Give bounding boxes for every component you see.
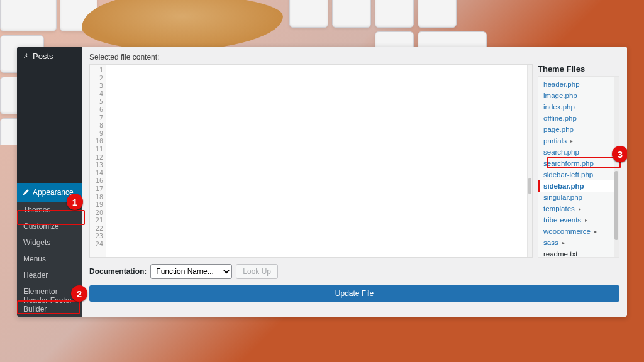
selected-file-label: Selected file content: (89, 53, 619, 62)
sidebar-spacer (17, 66, 82, 183)
editor-scrollbar[interactable] (527, 65, 532, 257)
chevron-right-icon: ▸ (594, 229, 597, 234)
theme-file-item[interactable]: tribe-events▸ (538, 214, 614, 226)
lookup-button[interactable]: Look Up (236, 264, 278, 279)
editor-scrollbar-thumb[interactable] (528, 178, 531, 194)
theme-file-item[interactable]: singular.php (538, 192, 614, 203)
theme-files-heading: Theme Files (538, 64, 619, 74)
function-name-select[interactable]: Function Name... (150, 264, 232, 279)
admin-sidebar: Posts Appearance Themes Customize Widget… (17, 47, 82, 317)
theme-file-list: header.phpimage.phpindex.phpoffline.phpp… (538, 77, 614, 257)
documentation-row: Documentation: Function Name... Look Up (89, 264, 619, 279)
theme-file-item[interactable]: header.php (538, 79, 614, 90)
theme-file-item[interactable]: templates▸ (538, 203, 614, 214)
theme-file-item[interactable]: sidebar.php (538, 180, 614, 192)
theme-file-item[interactable]: readme.txt (538, 248, 614, 258)
theme-file-item[interactable]: partials▸ (538, 135, 614, 146)
submenu-menus[interactable]: Menus (17, 251, 82, 267)
chevron-right-icon: ▸ (562, 240, 565, 246)
documentation-label: Documentation: (89, 267, 147, 276)
submenu-widgets[interactable]: Widgets (17, 234, 82, 251)
theme-file-item[interactable]: image.php (538, 90, 614, 101)
appearance-label: Appearance (33, 188, 74, 197)
chevron-right-icon: ▸ (579, 206, 581, 212)
editor-content-area: Selected file content: 12345678910111213… (82, 47, 627, 317)
theme-file-list-wrap: header.phpimage.phpindex.phpoffline.phpp… (538, 76, 619, 258)
line-number-gutter: 1234567891011121314161718192021222324 (90, 65, 106, 257)
posts-label: Posts (33, 52, 53, 61)
theme-file-item[interactable]: woocommerce▸ (538, 226, 614, 237)
submenu-header[interactable]: Header (17, 267, 82, 283)
theme-files-panel: Theme Files header.phpimage.phpindex.php… (538, 64, 619, 258)
file-list-scrollbar-thumb[interactable] (614, 171, 618, 240)
chevron-right-icon: ▸ (585, 217, 587, 223)
code-textarea[interactable] (106, 65, 527, 257)
chevron-right-icon: ▸ (570, 138, 573, 144)
appearance-submenu: Themes Customize Widgets Menus Header El… (17, 202, 82, 317)
annotation-badge-2: 2 (71, 285, 87, 302)
theme-file-item[interactable]: sidebar-left.php (538, 169, 614, 180)
file-list-scrollbar[interactable] (614, 77, 619, 257)
submenu-customize[interactable]: Customize (17, 218, 82, 234)
theme-file-item[interactable]: searchform.php (538, 158, 614, 169)
code-editor[interactable]: 1234567891011121314161718192021222324 (89, 64, 533, 258)
theme-file-item[interactable]: index.php (538, 101, 614, 112)
wordpress-admin-window: Posts Appearance Themes Customize Widget… (17, 47, 627, 317)
editor-row: 1234567891011121314161718192021222324 Th… (89, 64, 619, 258)
theme-file-item[interactable]: sass▸ (538, 237, 614, 248)
brush-icon (22, 189, 30, 196)
theme-file-item[interactable]: page.php (538, 124, 614, 135)
sidebar-item-posts[interactable]: Posts (17, 47, 82, 66)
update-file-button[interactable]: Update File (89, 285, 619, 302)
pushpin-icon (22, 53, 30, 60)
theme-file-item[interactable]: offline.php (538, 112, 614, 124)
theme-file-item[interactable]: search.php (538, 146, 614, 158)
annotation-badge-3: 3 (612, 146, 627, 162)
annotation-badge-1: 1 (67, 194, 83, 210)
